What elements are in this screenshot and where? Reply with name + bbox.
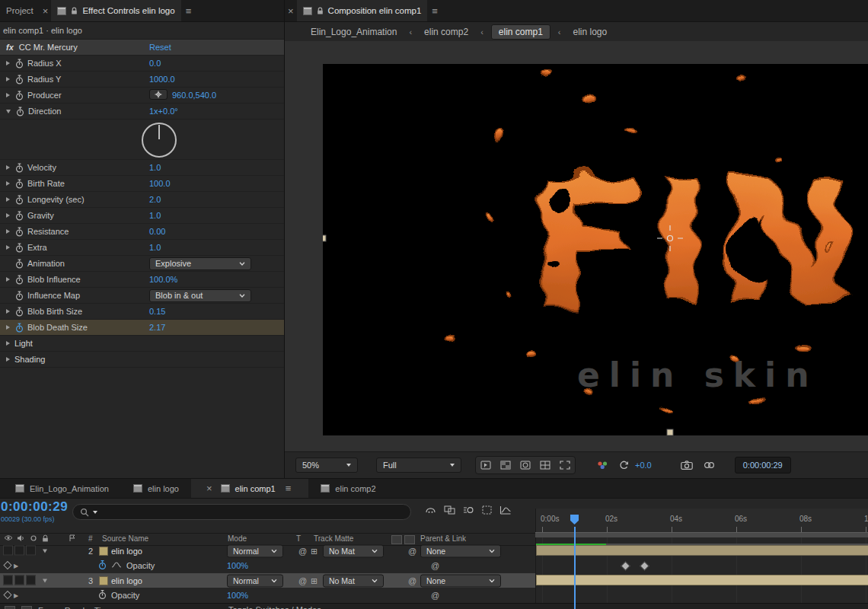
breadcrumb-item[interactable]: elin comp2 — [420, 25, 473, 39]
twirl-open-icon[interactable] — [43, 549, 47, 553]
param-value[interactable]: 2.17 — [149, 323, 165, 332]
twirl-closed-icon[interactable] — [6, 197, 10, 202]
column-number[interactable]: # — [88, 534, 93, 543]
toggle-switches-button[interactable]: Toggle Switches / Modes — [228, 605, 321, 609]
label-column-icon[interactable] — [69, 534, 76, 542]
stopwatch-icon[interactable] — [14, 59, 27, 69]
composition-viewer[interactable]: elin skin F IN — [285, 41, 868, 452]
shy-layers-icon[interactable] — [425, 505, 436, 515]
layer-duration-bar[interactable] — [536, 545, 868, 556]
track-matte-dropdown[interactable]: No Mat — [323, 574, 384, 587]
timeline-layer-row[interactable]: 2elin logoNormal@⊞No Mat@None — [0, 544, 535, 558]
video-column-icon[interactable] — [4, 534, 13, 541]
twirl-closed-icon[interactable] — [6, 229, 10, 234]
column-t[interactable]: T — [296, 534, 301, 543]
twirl-closed-icon[interactable] — [6, 165, 10, 170]
stopwatch-icon[interactable] — [14, 307, 27, 317]
param-value[interactable]: 0.00 — [149, 227, 165, 236]
lock-icon[interactable] — [71, 7, 78, 15]
layer-duration-bar[interactable] — [536, 575, 868, 585]
layer-color-swatch[interactable] — [99, 547, 108, 556]
effect-param-row[interactable]: Radius Y1000.0 — [0, 72, 284, 88]
mask-visibility-icon[interactable] — [515, 461, 535, 470]
exposure-value[interactable]: +0.0 — [635, 461, 652, 470]
timeline-property-row[interactable]: ▶Opacity100%@ — [0, 588, 535, 602]
timeline-tab[interactable]: elin logo — [121, 479, 191, 498]
column-mode[interactable]: Mode — [228, 534, 247, 543]
effect-group-row[interactable]: Shading — [0, 352, 284, 368]
param-value[interactable]: 1.0 — [149, 211, 161, 220]
snapshot-icon[interactable] — [681, 461, 693, 470]
matte-pickwhip-icon[interactable]: @ — [298, 576, 307, 585]
breadcrumb-item[interactable]: elin comp1 — [491, 24, 550, 40]
column-source-name[interactable]: Source Name — [102, 534, 148, 543]
layer-name[interactable]: elin logo — [111, 547, 142, 556]
twirl-open-icon[interactable] — [43, 579, 47, 582]
mode-dropdown[interactable]: Normal — [227, 544, 283, 557]
layer-switches[interactable] — [3, 545, 37, 556]
timeline-search-input[interactable] — [72, 504, 411, 520]
timeline-tab[interactable]: Elin_Logo_Animation — [3, 479, 121, 498]
close-icon[interactable]: × — [203, 483, 215, 493]
stopwatch-icon[interactable] — [14, 227, 27, 237]
pickup-target-icon[interactable] — [149, 89, 168, 101]
effect-param-row[interactable]: Blob Death Size2.17 — [0, 320, 284, 336]
keyframe-icon[interactable] — [640, 561, 649, 571]
param-value[interactable]: 1.0 — [149, 163, 161, 172]
twirl-closed-icon[interactable] — [6, 357, 10, 362]
property-name[interactable]: Opacity — [126, 561, 155, 570]
timeline-layer-row[interactable]: 3elin logoNormal@⊞No Mat@None — [0, 573, 535, 588]
effect-param-row[interactable]: Direction1x+0.0° — [0, 104, 284, 120]
parent-pickwhip-icon[interactable]: @ — [408, 576, 416, 585]
twirl-closed-icon[interactable] — [6, 61, 10, 65]
effect-param-row[interactable]: Longevity (sec)2.0 — [0, 192, 284, 208]
effect-param-row[interactable]: Blob Birth Size0.15 — [0, 304, 284, 320]
magnification-dropdown[interactable]: 50% — [295, 458, 358, 473]
panel-menu-icon[interactable]: ≡ — [181, 5, 197, 17]
region-of-interest-icon[interactable] — [555, 461, 575, 470]
param-value[interactable]: 100.0% — [149, 275, 177, 284]
current-timecode[interactable]: 0:00:00:29 — [1, 499, 68, 515]
layer-color-swatch[interactable] — [99, 576, 108, 585]
stopwatch-icon[interactable] — [14, 243, 27, 253]
keyframe-navigator[interactable]: ▶ — [5, 562, 18, 569]
stopwatch-icon[interactable] — [14, 323, 27, 333]
stopwatch-icon[interactable] — [97, 560, 107, 571]
transparency-grid-icon[interactable] — [496, 461, 515, 470]
property-value[interactable]: 100% — [227, 561, 248, 570]
audio-column-icon[interactable] — [17, 534, 24, 542]
composition-canvas[interactable]: elin skin F IN — [323, 64, 868, 435]
stopwatch-icon[interactable] — [14, 195, 27, 205]
matte-options-icon[interactable]: ⊞ — [311, 546, 318, 556]
effect-param-row[interactable]: Radius X0.0 — [0, 56, 284, 72]
param-value[interactable]: 1000.0 — [149, 75, 175, 84]
tab-effect-controls[interactable]: Effect Controls elin logo — [51, 0, 180, 21]
column-parent-link[interactable]: Parent & Link — [420, 534, 466, 543]
effect-param-row[interactable]: Resistance0.00 — [0, 224, 284, 240]
marker-icon[interactable] — [482, 505, 492, 515]
angle-dial[interactable] — [142, 123, 177, 158]
twirl-closed-icon[interactable] — [6, 325, 10, 330]
stopwatch-icon[interactable] — [14, 259, 27, 269]
breadcrumb-item[interactable]: Elin_Logo_Animation — [306, 25, 401, 39]
stopwatch-icon[interactable] — [14, 179, 27, 189]
layer-name[interactable]: elin logo — [111, 576, 142, 585]
property-name[interactable]: Opacity — [111, 591, 139, 600]
parent-pickwhip-icon[interactable]: @ — [408, 547, 416, 556]
keyframe-navigator[interactable]: ▶ — [5, 591, 18, 598]
stopwatch-icon[interactable] — [14, 211, 27, 221]
effect-group-row[interactable]: Light — [0, 336, 284, 352]
param-value[interactable]: 1x+0.0° — [149, 107, 178, 116]
timecode-display[interactable]: 0:00:00:29 — [735, 457, 791, 473]
matte-pickwhip-icon[interactable]: @ — [298, 547, 307, 556]
layer-switches[interactable] — [3, 575, 37, 586]
param-value[interactable]: 100.0 — [149, 179, 171, 188]
close-icon[interactable]: × — [285, 6, 297, 16]
stopwatch-icon[interactable] — [14, 75, 27, 84]
lock-icon[interactable] — [317, 7, 324, 15]
stopwatch-icon[interactable] — [97, 589, 107, 601]
effect-param-row[interactable]: Birth Rate100.0 — [0, 176, 284, 192]
param-value[interactable]: 1.0 — [149, 243, 161, 252]
stopwatch-icon[interactable] — [14, 291, 27, 301]
timeline-track-area[interactable] — [535, 537, 868, 609]
